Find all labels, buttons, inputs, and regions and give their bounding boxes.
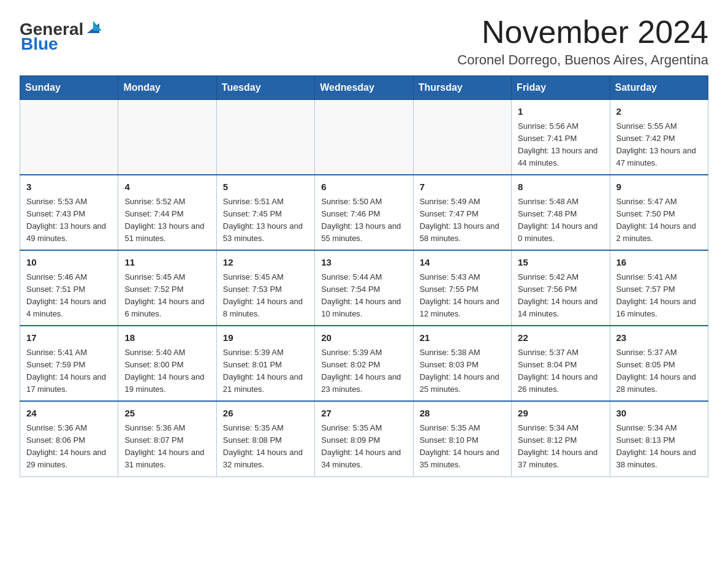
calendar-cell: 4Sunrise: 5:52 AM Sunset: 7:44 PM Daylig… — [118, 175, 216, 250]
day-number: 26 — [223, 407, 308, 421]
day-number: 20 — [321, 331, 406, 345]
svg-marker-1 — [93, 21, 102, 31]
day-info: Sunrise: 5:34 AM Sunset: 8:12 PM Dayligh… — [518, 422, 603, 472]
day-info: Sunrise: 5:36 AM Sunset: 8:07 PM Dayligh… — [124, 422, 210, 472]
day-number: 3 — [26, 180, 112, 194]
weekday-header-thursday: Thursday — [413, 76, 511, 100]
day-info: Sunrise: 5:35 AM Sunset: 8:09 PM Dayligh… — [321, 422, 406, 472]
day-number: 2 — [616, 105, 702, 119]
day-number: 18 — [124, 331, 210, 345]
calendar-cell: 25Sunrise: 5:36 AM Sunset: 8:07 PM Dayli… — [118, 401, 216, 477]
logo-triangle-icon — [85, 18, 102, 36]
calendar-week-row: 17Sunrise: 5:41 AM Sunset: 7:59 PM Dayli… — [20, 326, 708, 401]
day-number: 10 — [26, 256, 112, 270]
day-number: 19 — [223, 331, 308, 345]
day-number: 4 — [124, 180, 210, 194]
calendar-cell: 10Sunrise: 5:46 AM Sunset: 7:51 PM Dayli… — [20, 250, 118, 326]
day-number: 16 — [616, 256, 702, 270]
calendar-cell: 22Sunrise: 5:37 AM Sunset: 8:04 PM Dayli… — [512, 326, 610, 401]
day-info: Sunrise: 5:53 AM Sunset: 7:43 PM Dayligh… — [26, 196, 112, 245]
calendar-cell: 30Sunrise: 5:34 AM Sunset: 8:13 PM Dayli… — [610, 401, 708, 477]
calendar-week-row: 1Sunrise: 5:56 AM Sunset: 7:41 PM Daylig… — [20, 100, 708, 175]
calendar-cell: 17Sunrise: 5:41 AM Sunset: 7:59 PM Dayli… — [20, 326, 118, 401]
day-info: Sunrise: 5:41 AM Sunset: 7:59 PM Dayligh… — [26, 347, 112, 396]
day-info: Sunrise: 5:44 AM Sunset: 7:54 PM Dayligh… — [321, 271, 406, 321]
calendar-header: SundayMondayTuesdayWednesdayThursdayFrid… — [20, 76, 708, 100]
day-info: Sunrise: 5:51 AM Sunset: 7:45 PM Dayligh… — [223, 196, 308, 245]
day-number: 25 — [124, 407, 210, 421]
calendar-cell: 21Sunrise: 5:38 AM Sunset: 8:03 PM Dayli… — [413, 326, 511, 401]
calendar-cell: 28Sunrise: 5:35 AM Sunset: 8:10 PM Dayli… — [413, 401, 511, 477]
day-number: 23 — [616, 331, 702, 345]
day-info: Sunrise: 5:52 AM Sunset: 7:44 PM Dayligh… — [124, 196, 210, 245]
calendar-cell: 3Sunrise: 5:53 AM Sunset: 7:43 PM Daylig… — [20, 175, 118, 250]
calendar-cell: 14Sunrise: 5:43 AM Sunset: 7:55 PM Dayli… — [413, 250, 511, 326]
calendar-cell: 15Sunrise: 5:42 AM Sunset: 7:56 PM Dayli… — [512, 250, 610, 326]
title-block: November 2024 Coronel Dorrego, Buenos Ai… — [457, 15, 708, 68]
calendar-cell — [20, 100, 118, 175]
weekday-header-tuesday: Tuesday — [216, 76, 314, 100]
day-info: Sunrise: 5:41 AM Sunset: 7:57 PM Dayligh… — [616, 271, 702, 321]
calendar-cell: 11Sunrise: 5:45 AM Sunset: 7:52 PM Dayli… — [118, 250, 216, 326]
calendar-cell: 19Sunrise: 5:39 AM Sunset: 8:01 PM Dayli… — [216, 326, 314, 401]
calendar-week-row: 3Sunrise: 5:53 AM Sunset: 7:43 PM Daylig… — [20, 175, 708, 250]
day-info: Sunrise: 5:49 AM Sunset: 7:47 PM Dayligh… — [420, 196, 505, 245]
calendar-cell — [118, 100, 216, 175]
day-info: Sunrise: 5:50 AM Sunset: 7:46 PM Dayligh… — [321, 196, 406, 245]
calendar-cell: 1Sunrise: 5:56 AM Sunset: 7:41 PM Daylig… — [512, 100, 610, 175]
calendar-week-row: 10Sunrise: 5:46 AM Sunset: 7:51 PM Dayli… — [20, 250, 708, 326]
day-info: Sunrise: 5:45 AM Sunset: 7:52 PM Dayligh… — [124, 271, 210, 321]
day-number: 24 — [26, 407, 112, 421]
day-info: Sunrise: 5:40 AM Sunset: 8:00 PM Dayligh… — [124, 347, 210, 396]
day-number: 5 — [223, 180, 308, 194]
weekday-header-friday: Friday — [512, 76, 610, 100]
day-info: Sunrise: 5:35 AM Sunset: 8:08 PM Dayligh… — [223, 422, 308, 472]
calendar-cell: 8Sunrise: 5:48 AM Sunset: 7:48 PM Daylig… — [512, 175, 610, 250]
weekday-header-sunday: Sunday — [20, 76, 118, 100]
day-number: 6 — [321, 180, 406, 194]
calendar-cell: 16Sunrise: 5:41 AM Sunset: 7:57 PM Dayli… — [610, 250, 708, 326]
calendar-cell: 7Sunrise: 5:49 AM Sunset: 7:47 PM Daylig… — [413, 175, 511, 250]
day-number: 1 — [518, 105, 603, 119]
day-number: 17 — [26, 331, 112, 345]
weekday-header-monday: Monday — [118, 76, 216, 100]
day-number: 21 — [420, 331, 505, 345]
calendar-table: SundayMondayTuesdayWednesdayThursdayFrid… — [20, 75, 708, 477]
calendar-cell: 23Sunrise: 5:37 AM Sunset: 8:05 PM Dayli… — [610, 326, 708, 401]
calendar-cell: 9Sunrise: 5:47 AM Sunset: 7:50 PM Daylig… — [610, 175, 708, 250]
day-info: Sunrise: 5:35 AM Sunset: 8:10 PM Dayligh… — [420, 422, 505, 472]
day-number: 11 — [124, 256, 210, 270]
weekday-header-saturday: Saturday — [610, 76, 708, 100]
day-number: 9 — [616, 180, 702, 194]
day-number: 30 — [616, 407, 702, 421]
calendar-cell: 12Sunrise: 5:45 AM Sunset: 7:53 PM Dayli… — [216, 250, 314, 326]
day-number: 15 — [518, 256, 603, 270]
day-number: 27 — [321, 407, 406, 421]
day-number: 8 — [518, 180, 603, 194]
day-info: Sunrise: 5:37 AM Sunset: 8:04 PM Dayligh… — [518, 347, 603, 396]
day-info: Sunrise: 5:34 AM Sunset: 8:13 PM Dayligh… — [616, 422, 702, 472]
day-info: Sunrise: 5:38 AM Sunset: 8:03 PM Dayligh… — [420, 347, 505, 396]
calendar-cell: 26Sunrise: 5:35 AM Sunset: 8:08 PM Dayli… — [216, 401, 314, 477]
calendar-cell — [413, 100, 511, 175]
calendar-cell: 2Sunrise: 5:55 AM Sunset: 7:42 PM Daylig… — [610, 100, 708, 175]
calendar-cell: 6Sunrise: 5:50 AM Sunset: 7:46 PM Daylig… — [315, 175, 413, 250]
calendar-cell: 29Sunrise: 5:34 AM Sunset: 8:12 PM Dayli… — [512, 401, 610, 477]
month-title: November 2024 — [457, 15, 708, 50]
day-info: Sunrise: 5:42 AM Sunset: 7:56 PM Dayligh… — [518, 271, 603, 321]
calendar-cell — [216, 100, 314, 175]
page-header: General Blue November 2024 Coronel Dorre… — [20, 15, 708, 68]
logo-blue: Blue — [21, 34, 58, 54]
day-number: 22 — [518, 331, 603, 345]
day-number: 28 — [420, 407, 505, 421]
day-info: Sunrise: 5:48 AM Sunset: 7:48 PM Dayligh… — [518, 196, 603, 245]
weekday-header-wednesday: Wednesday — [315, 76, 413, 100]
day-info: Sunrise: 5:55 AM Sunset: 7:42 PM Dayligh… — [616, 120, 702, 170]
day-info: Sunrise: 5:37 AM Sunset: 8:05 PM Dayligh… — [616, 347, 702, 396]
day-number: 14 — [420, 256, 505, 270]
day-info: Sunrise: 5:36 AM Sunset: 8:06 PM Dayligh… — [26, 422, 112, 472]
location-subtitle: Coronel Dorrego, Buenos Aires, Argentina — [457, 52, 708, 68]
day-number: 12 — [223, 256, 308, 270]
day-info: Sunrise: 5:47 AM Sunset: 7:50 PM Dayligh… — [616, 196, 702, 245]
logo: General Blue — [20, 20, 100, 54]
